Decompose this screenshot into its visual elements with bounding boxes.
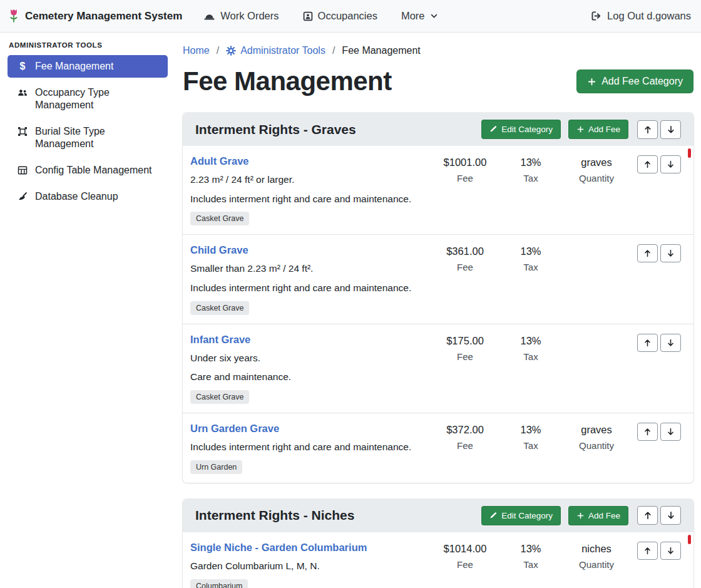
- tax-column: 13% Tax: [499, 334, 562, 362]
- move-category-down-button[interactable]: [660, 120, 681, 139]
- fee-amount: $372.00: [431, 424, 499, 436]
- breadcrumb: Home / Administrator Tools / Fee Managem…: [183, 45, 693, 56]
- sidebar-item-burial-site-type-management[interactable]: Burial Site Type Management: [8, 120, 168, 155]
- add-fee-category-button[interactable]: Add Fee Category: [576, 70, 693, 93]
- move-fee-down-button[interactable]: [660, 542, 681, 560]
- plus-icon: [587, 77, 596, 86]
- fee-column: $361.00 Fee: [431, 244, 499, 272]
- fee-name-link[interactable]: Single Niche - Garden Columbarium: [190, 542, 367, 554]
- edit-category-label: Edit Category: [501, 125, 553, 134]
- quantity-value: graves: [562, 157, 631, 168]
- fee-name-link[interactable]: Urn Garden Grave: [190, 423, 279, 435]
- fee-name-link[interactable]: Infant Grave: [190, 334, 250, 346]
- brand[interactable]: Cemetery Management System: [8, 8, 182, 24]
- category-header: Interment Rights - Graves Edit Category …: [183, 113, 693, 146]
- tax-value: 13%: [499, 157, 562, 168]
- quantity-column: graves Quantity: [562, 155, 631, 183]
- scrollbar-thumb[interactable]: [688, 148, 691, 158]
- fee-description: Smaller than 2.23 m² / 24 ft².: [190, 262, 427, 276]
- arrow-up-icon: [643, 160, 652, 169]
- nav-work-orders[interactable]: Work Orders: [203, 10, 279, 22]
- category-header: Interment Rights - Niches Edit Category …: [183, 499, 693, 532]
- edit-category-button[interactable]: Edit Category: [481, 120, 561, 139]
- category-reorder-buttons: [637, 120, 681, 139]
- move-fee-up-button[interactable]: [637, 155, 658, 173]
- fee-type-badge: Casket Grave: [190, 390, 249, 404]
- fee-row: Single Niche - Garden Columbarium Garden…: [183, 532, 693, 588]
- tax-value: 13%: [499, 335, 562, 347]
- fee-description: Includes interment right and care and ma…: [190, 192, 427, 206]
- gear-icon: [226, 46, 236, 56]
- fee-main: Infant Grave Under six years.Care and ma…: [190, 334, 431, 404]
- quantity-value: niches: [562, 543, 631, 555]
- move-fee-down-button[interactable]: [660, 334, 681, 352]
- fee-name-link[interactable]: Child Grave: [190, 244, 248, 256]
- fee-description: Garden Columbarium L, M, N.: [190, 559, 427, 573]
- fee-description: Includes interment right and care and ma…: [190, 440, 427, 454]
- sidebar-item-label: Config Table Management: [35, 164, 159, 177]
- sidebar-heading: Administrator Tools: [9, 41, 166, 49]
- people-icon: [16, 86, 29, 111]
- fee-reorder-buttons: [637, 423, 681, 441]
- breadcrumb-separator: /: [332, 45, 335, 56]
- move-category-up-button[interactable]: [637, 506, 658, 525]
- category-title: Interment Rights - Niches: [195, 508, 474, 523]
- sidebar-item-occupancy-type-management[interactable]: Occupancy Type Management: [8, 81, 168, 116]
- sidebar-item-config-table-management[interactable]: Config Table Management: [8, 159, 168, 182]
- fee-reorder-buttons: [637, 334, 681, 352]
- add-fee-button[interactable]: Add Fee: [568, 120, 628, 139]
- vector-square-icon: [16, 125, 29, 150]
- breadcrumb-current: Fee Management: [342, 45, 420, 56]
- fee-category-card: Interment Rights - Niches Edit Category …: [183, 499, 693, 588]
- nav-occupancies[interactable]: Occupancies: [303, 10, 377, 22]
- add-fee-button[interactable]: Add Fee: [568, 506, 628, 525]
- page-header: Fee Management Add Fee Category: [183, 66, 693, 96]
- fee-main: Urn Garden Grave Includes interment righ…: [190, 423, 431, 474]
- fee-label: Fee: [431, 440, 499, 451]
- arrow-up-icon: [643, 510, 653, 520]
- sidebar-item-database-cleanup[interactable]: Database Cleanup: [8, 185, 168, 208]
- add-fee-category-label: Add Fee Category: [601, 76, 683, 87]
- fee-description: Under six years.: [190, 351, 427, 365]
- sidebar-item-label: Database Cleanup: [35, 190, 159, 203]
- category-body: Single Niche - Garden Columbarium Garden…: [183, 532, 693, 588]
- main-content: Home / Administrator Tools / Fee Managem…: [175, 33, 701, 588]
- breadcrumb-administrator-tools[interactable]: Administrator Tools: [226, 45, 325, 56]
- move-fee-down-button[interactable]: [660, 423, 681, 441]
- sidebar-item-label: Fee Management: [35, 60, 159, 73]
- pencil-icon: [489, 125, 498, 133]
- fee-label: Fee: [431, 351, 499, 362]
- fee-name-link[interactable]: Adult Grave: [190, 155, 249, 167]
- sidebar-item-fee-management[interactable]: $ Fee Management: [8, 55, 168, 78]
- quantity-column: [562, 334, 631, 339]
- app-logo-icon: [8, 8, 20, 24]
- scrollbar-thumb[interactable]: [688, 535, 691, 544]
- move-fee-up-button[interactable]: [637, 423, 658, 441]
- tax-label: Tax: [499, 559, 562, 570]
- arrow-down-icon: [666, 546, 675, 555]
- move-fee-up-button[interactable]: [637, 244, 658, 262]
- page-title: Fee Management: [183, 66, 392, 96]
- tax-label: Tax: [499, 440, 562, 451]
- move-fee-up-button[interactable]: [637, 542, 658, 560]
- fee-type-badge: Columbarium: [190, 579, 248, 588]
- move-fee-down-button[interactable]: [660, 155, 681, 173]
- logout-button[interactable]: Log Out d.gowans: [591, 10, 691, 22]
- fee-descriptions: Includes interment right and care and ma…: [190, 440, 427, 454]
- top-navbar: Cemetery Management System Work Orders O…: [0, 0, 701, 33]
- fee-column: $1001.00 Fee: [431, 155, 499, 183]
- arrow-up-icon: [643, 338, 652, 348]
- tax-column: 13% Tax: [499, 423, 562, 451]
- logout-label: Log Out d.gowans: [607, 10, 691, 22]
- move-fee-down-button[interactable]: [660, 244, 681, 262]
- quantity-column: [562, 244, 631, 250]
- page-layout: Administrator Tools $ Fee Management Occ…: [0, 33, 701, 588]
- move-category-down-button[interactable]: [660, 506, 681, 525]
- fee-type-badge: Casket Grave: [190, 301, 249, 315]
- move-category-up-button[interactable]: [637, 120, 658, 139]
- edit-category-button[interactable]: Edit Category: [481, 506, 561, 525]
- move-fee-up-button[interactable]: [637, 334, 658, 352]
- breadcrumb-home[interactable]: Home: [183, 45, 210, 56]
- nav-more[interactable]: More: [401, 10, 438, 22]
- occupancies-icon: [303, 11, 313, 21]
